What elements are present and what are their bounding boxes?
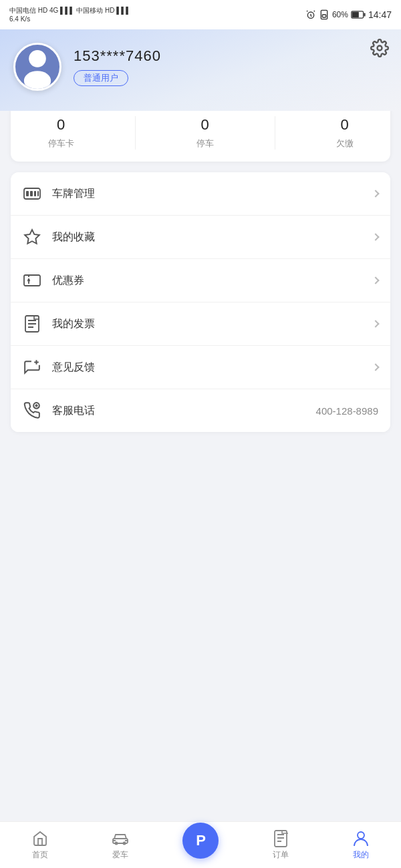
profile-header: 153****7460 普通用户: [0, 29, 401, 111]
time: 14:47: [368, 9, 392, 20]
stat-parking: 0 停车: [196, 116, 214, 150]
mine-icon: [352, 830, 370, 847]
feedback-icon: [23, 358, 41, 377]
invoice-right: [372, 321, 378, 327]
favorites-right: [372, 234, 378, 240]
nav-mine-label: 我的: [353, 849, 369, 861]
menu-item-license[interactable]: 车牌管理: [11, 172, 390, 216]
license-icon: [23, 184, 41, 203]
coupons-right: [372, 278, 378, 283]
svg-rect-11: [30, 191, 33, 196]
license-right: [372, 191, 378, 196]
svg-marker-14: [25, 230, 39, 244]
menu-item-invoice[interactable]: 我的发票: [11, 302, 390, 346]
favorites-icon: [23, 228, 41, 246]
nav-orders-label: 订单: [273, 849, 289, 861]
battery-text: 60%: [332, 10, 348, 19]
nav-mine[interactable]: 我的: [321, 830, 401, 861]
battery-icon: [351, 11, 366, 19]
alarm-icon: [305, 9, 316, 20]
svg-point-24: [115, 841, 118, 845]
status-right: 60% 14:47: [305, 9, 392, 20]
svg-point-7: [29, 50, 46, 67]
carrier1: 中国电信 HD 4G ▌▌▌ 中国移动 HD ▌▌▌: [9, 7, 130, 15]
svg-rect-12: [34, 191, 36, 196]
phone-number: 153****7460: [74, 47, 161, 65]
invoice-icon: [23, 314, 41, 333]
orders-icon: [272, 830, 289, 847]
svg-rect-4: [364, 13, 365, 16]
feedback-right: [372, 365, 378, 370]
svg-point-27: [358, 832, 364, 839]
bottom-nav: 首页 爱车 P 订单: [0, 821, 401, 868]
profile-text: 153****7460 普通用户: [74, 47, 161, 86]
stat-parking-card-value: 0: [57, 116, 65, 134]
menu-item-feedback[interactable]: 意见反馈: [11, 346, 390, 389]
stat-unpaid-label: 欠缴: [336, 138, 354, 150]
menu-item-phone[interactable]: 客服电话 400-128-8989: [11, 389, 390, 432]
carrier-info: 中国电信 HD 4G ▌▌▌ 中国移动 HD ▌▌▌ 6.4 K/s: [9, 7, 130, 23]
stat-divider-2: [275, 116, 275, 150]
nav-car[interactable]: 爱车: [80, 830, 160, 861]
phone-number-text: 400-128-8989: [316, 405, 378, 417]
svg-point-25: [123, 841, 126, 845]
avatar: [13, 43, 61, 91]
svg-rect-10: [26, 191, 29, 196]
invoice-label: 我的发票: [52, 317, 361, 331]
stat-parking-card: 0 停车卡: [48, 116, 74, 150]
license-chevron: [372, 190, 379, 197]
feedback-chevron: [372, 363, 379, 371]
menu-item-favorites[interactable]: 我的收藏: [11, 216, 390, 259]
license-label: 车牌管理: [52, 187, 361, 201]
nav-orders[interactable]: 订单: [241, 830, 321, 861]
svg-point-16: [27, 279, 30, 282]
user-type-badge: 普通用户: [74, 70, 128, 86]
nav-car-label: 爱车: [112, 849, 128, 861]
car-icon: [112, 830, 129, 847]
svg-rect-13: [37, 191, 39, 196]
park-button[interactable]: P: [182, 823, 219, 859]
profile-info: 153****7460 普通用户: [13, 43, 388, 91]
menu-section: 车牌管理 我的收藏: [11, 172, 390, 432]
home-icon: [31, 830, 49, 847]
svg-rect-2: [322, 15, 325, 17]
phone-service-right: 400-128-8989: [316, 405, 378, 417]
park-button-label: P: [196, 832, 205, 849]
sim-icon: [319, 9, 329, 20]
stats-card: 0 停车卡 0 停车 0 欠缴: [11, 104, 390, 162]
stat-parking-label: 停车: [196, 138, 214, 150]
svg-point-8: [24, 71, 51, 89]
stat-parking-card-label: 停车卡: [48, 138, 74, 150]
stat-unpaid: 0 欠缴: [336, 116, 354, 150]
settings-button[interactable]: [370, 39, 389, 57]
nav-park[interactable]: P: [160, 823, 241, 868]
status-bar: 中国电信 HD 4G ▌▌▌ 中国移动 HD ▌▌▌ 6.4 K/s 60% 1…: [0, 0, 401, 29]
svg-point-6: [378, 46, 382, 51]
coupons-icon: [23, 271, 41, 290]
coupons-chevron: [372, 276, 379, 284]
coupons-label: 优惠券: [52, 274, 361, 288]
nav-home[interactable]: 首页: [0, 830, 80, 861]
network-speed: 6.4 K/s: [9, 15, 130, 23]
favorites-chevron: [372, 233, 379, 240]
nav-home-label: 首页: [32, 849, 48, 861]
svg-rect-5: [352, 12, 359, 17]
stat-parking-value: 0: [200, 116, 209, 134]
feedback-label: 意见反馈: [52, 361, 361, 375]
invoice-chevron: [372, 320, 379, 327]
favorites-label: 我的收藏: [52, 230, 361, 244]
svg-rect-15: [24, 275, 40, 286]
stat-divider-1: [135, 116, 136, 150]
phone-icon: [23, 401, 41, 420]
stat-unpaid-value: 0: [340, 116, 348, 134]
menu-item-coupons[interactable]: 优惠券: [11, 259, 390, 302]
phone-service-label: 客服电话: [52, 404, 305, 418]
